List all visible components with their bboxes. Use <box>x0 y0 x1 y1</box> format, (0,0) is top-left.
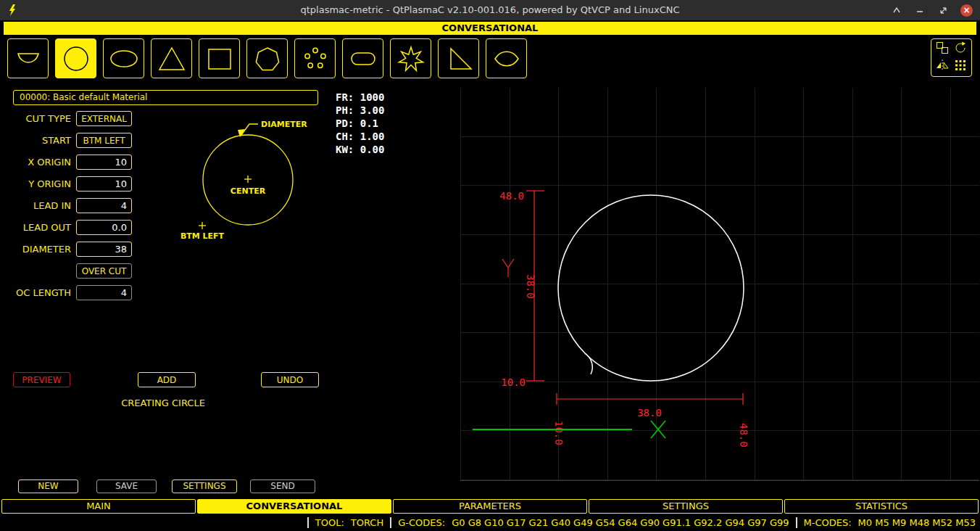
mcodes-value: M0 M5 M9 M48 M52 M53 <box>858 517 976 528</box>
toolpath-plot: 48.0 38.0 10.0 38.0 10.0 48.0 <box>330 83 980 499</box>
x-origin-input[interactable] <box>76 155 132 170</box>
start-label: START <box>0 135 71 146</box>
overcut-button[interactable]: OVER CUT <box>76 263 132 279</box>
dim-label-left: 10.0 <box>553 421 565 445</box>
preview-button[interactable]: PREVIEW <box>13 372 70 387</box>
shape-circle-button[interactable] <box>55 38 96 78</box>
y-origin-row: Y ORIGIN <box>0 176 132 192</box>
rotate-icon <box>935 41 950 58</box>
shape-slot-button[interactable] <box>342 38 383 78</box>
shape-line-button[interactable] <box>7 38 49 78</box>
y-origin-input[interactable] <box>76 176 132 192</box>
shape-help-diagram: DIAMETER CENTER BTM LEFT <box>174 105 323 250</box>
diameter-label: DIAMETER <box>0 244 71 255</box>
dim-label-width: 38.0 <box>637 407 662 419</box>
diagram-diameter-label: DIAMETER <box>261 120 307 129</box>
start-row: START BTM LEFT <box>0 133 132 148</box>
tool-value: TORCH <box>351 517 383 528</box>
slot-shape-icon <box>346 41 381 76</box>
lead-in-path <box>585 353 592 374</box>
origin-marker <box>651 421 665 438</box>
cut-type-label: CUT TYPE <box>0 113 71 124</box>
new-button[interactable]: NEW <box>18 479 78 493</box>
overcut-row: OVER CUT <box>0 263 132 279</box>
tool-label: TOOL: <box>315 517 344 528</box>
send-button[interactable]: SEND <box>250 479 315 493</box>
dim-label-top: 48.0 <box>499 190 524 202</box>
shape-sector-button[interactable] <box>486 38 527 78</box>
gcodes-label: G-CODES: <box>398 517 445 528</box>
ellipse-shape-icon <box>107 41 141 76</box>
bolt-circle-shape-icon <box>298 41 333 76</box>
dim-label-bottom: 10.0 <box>501 376 526 388</box>
triangle-shape-icon <box>154 41 189 76</box>
dim-label-height: 38.0 <box>525 274 536 299</box>
transform-tools-button[interactable] <box>931 38 972 77</box>
statusbar: TOOL: TORCH G-CODES: G0 G8 G10 G17 G21 G… <box>0 514 980 531</box>
shape-ellipse-button[interactable] <box>103 38 144 78</box>
x-origin-label: X ORIGIN <box>0 157 71 168</box>
line-shape-icon <box>11 41 46 76</box>
lead-out-label: LEAD OUT <box>0 222 71 233</box>
dim-label-right: 48.0 <box>738 423 749 448</box>
window-title: qtplasmac-metric - QtPlasmaC v2.10-001.0… <box>0 0 980 20</box>
shade-window-icon[interactable] <box>891 4 902 16</box>
diameter-row: DIAMETER <box>0 242 132 257</box>
save-button[interactable]: SAVE <box>96 479 157 493</box>
gusset-shape-icon <box>441 41 476 76</box>
material-select[interactable]: 00000: Basic default Material <box>13 90 318 105</box>
qtplasmac-window: qtplasmac-metric - QtPlasmaC v2.10-001.0… <box>0 0 980 531</box>
status-separator <box>796 517 797 528</box>
x-origin-row: X ORIGIN <box>0 155 132 170</box>
restore-window-icon[interactable] <box>937 4 949 16</box>
shape-rectangle-button[interactable] <box>199 38 240 78</box>
shape-polygon-button[interactable] <box>246 38 288 78</box>
tab-main[interactable]: MAIN <box>1 499 196 514</box>
flip-icon <box>953 41 968 58</box>
tab-conversational[interactable]: CONVERSATIONAL <box>197 499 391 514</box>
start-position-button[interactable]: BTM LEFT <box>76 133 132 148</box>
mirror-icon <box>935 58 950 75</box>
lead-in-input[interactable] <box>76 198 132 213</box>
status-separator <box>307 517 309 528</box>
lead-out-row: LEAD OUT <box>0 220 132 235</box>
gcode-preview-area[interactable]: FR: 1000 PH: 3.00 PD: 0.1 CH: 1.00 KW: 0… <box>330 83 980 499</box>
undo-button[interactable]: UNDO <box>261 372 319 387</box>
polygon-shape-icon <box>250 41 285 76</box>
conversational-panel: 00000: Basic default Material CUT TYPE E… <box>0 83 330 499</box>
gcodes-value: G0 G8 G10 G17 G21 G40 G49 G54 G64 G90 G9… <box>452 517 789 528</box>
cut-type-row: CUT TYPE EXTERNAL <box>0 111 132 126</box>
y-origin-label: Y ORIGIN <box>0 178 71 189</box>
window-controls: × <box>891 0 973 20</box>
lead-out-input[interactable] <box>76 220 132 235</box>
rectangle-shape-icon <box>202 41 237 76</box>
part-circle-path <box>558 195 744 381</box>
main-tabbar: MAIN CONVERSATIONAL PARAMETERS SETTINGS … <box>0 499 980 514</box>
array-icon <box>953 58 968 75</box>
lead-in-label: LEAD IN <box>0 200 71 211</box>
shape-triangle-button[interactable] <box>151 38 192 78</box>
tab-statistics[interactable]: STATISTICS <box>784 499 979 514</box>
tab-settings[interactable]: SETTINGS <box>589 499 783 514</box>
mcodes-label: M-CODES: <box>804 517 852 528</box>
shape-star-button[interactable] <box>390 38 431 78</box>
minimize-window-icon[interactable] <box>914 4 926 16</box>
diameter-input[interactable] <box>76 242 132 257</box>
creating-status-text: CREATING CIRCLE <box>0 398 326 408</box>
lead-in-row: LEAD IN <box>0 198 132 213</box>
oc-length-row: OC LENGTH <box>0 285 132 300</box>
shape-gusset-button[interactable] <box>438 38 479 78</box>
star-shape-icon <box>394 41 428 76</box>
diagram-center-label: CENTER <box>231 186 266 196</box>
shape-bolt-circle-button[interactable] <box>294 38 336 78</box>
close-window-button[interactable]: × <box>960 4 973 17</box>
cut-type-button[interactable]: EXTERNAL <box>76 111 132 126</box>
tab-parameters[interactable]: PARAMETERS <box>393 499 587 514</box>
shape-toolbar <box>0 35 980 83</box>
add-button[interactable]: ADD <box>138 372 196 387</box>
circle-shape-icon <box>59 41 94 76</box>
diagram-btm-left-label: BTM LEFT <box>180 231 225 241</box>
mode-banner: CONVERSATIONAL <box>4 22 976 35</box>
settings-button[interactable]: SETTINGS <box>172 479 237 493</box>
oc-length-input[interactable] <box>76 285 132 300</box>
